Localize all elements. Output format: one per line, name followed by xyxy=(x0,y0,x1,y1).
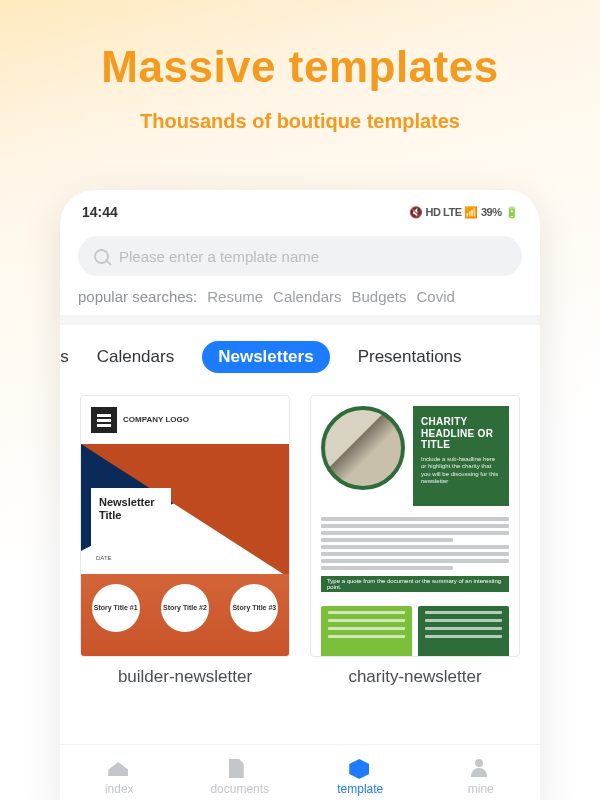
thumb-headline: Newsletter Title xyxy=(99,496,163,521)
tab-calendars[interactable]: Calendars xyxy=(97,347,175,367)
template-thumbnail: CHARITY HEADLINE OR TITLE Include a sub-… xyxy=(310,395,520,657)
nav-label: mine xyxy=(468,782,494,796)
nav-label: index xyxy=(105,782,134,796)
thumb-sub: Include a sub-headline here or highlight… xyxy=(421,456,501,486)
thumb-headline: CHARITY HEADLINE OR TITLE xyxy=(421,416,501,451)
battery-icon: 🔋 xyxy=(505,206,519,219)
template-card-builder[interactable]: COMPANY LOGO Newsletter Title DATE Story… xyxy=(80,395,290,687)
document-icon xyxy=(229,759,244,778)
nav-label: template xyxy=(337,782,383,796)
battery-text: 39% xyxy=(481,206,502,218)
hero-title: Massive templates xyxy=(0,0,600,92)
status-icons: 🔇 HD LTE 📶 39% 🔋 xyxy=(409,206,518,219)
chip-covid[interactable]: Covid xyxy=(417,288,455,305)
chip-budgets[interactable]: Budgets xyxy=(351,288,406,305)
phone-frame: 14:44 🔇 HD LTE 📶 39% 🔋 Please enter a te… xyxy=(60,190,540,800)
status-time: 14:44 xyxy=(82,204,118,220)
template-name: builder-newsletter xyxy=(80,667,290,687)
home-icon xyxy=(108,762,128,776)
nav-template[interactable]: template xyxy=(300,745,421,800)
logo-icon xyxy=(91,407,117,433)
hero-subtitle: Thousands of boutique templates xyxy=(0,110,600,133)
network-indicator: HD LTE xyxy=(426,206,462,218)
search-placeholder: Please enter a template name xyxy=(119,248,319,265)
nav-documents[interactable]: documents xyxy=(180,745,301,800)
story-circle: Story Title #2 xyxy=(161,584,209,632)
mute-icon: 🔇 xyxy=(409,206,423,219)
logo-text: COMPANY LOGO xyxy=(123,416,189,424)
tab-newsletters[interactable]: Newsletters xyxy=(202,341,329,373)
user-icon xyxy=(470,759,488,777)
nav-mine[interactable]: mine xyxy=(421,745,541,800)
template-thumbnail: COMPANY LOGO Newsletter Title DATE Story… xyxy=(80,395,290,657)
popular-searches: popular searches: Resume Calendars Budge… xyxy=(60,276,540,315)
cube-icon xyxy=(349,759,369,779)
status-bar: 14:44 🔇 HD LTE 📶 39% 🔋 xyxy=(60,190,540,226)
story-circle: Story Title #1 xyxy=(92,584,140,632)
tab-presentations[interactable]: Presentations xyxy=(358,347,462,367)
divider xyxy=(60,315,540,325)
category-tabs[interactable]: ets Calendars Newsletters Presentations xyxy=(60,325,540,389)
thumb-quote-bar: Type a quote from the document or the su… xyxy=(321,576,509,592)
tab-partial-left[interactable]: ets xyxy=(60,347,69,367)
nav-label: documents xyxy=(210,782,269,796)
thumb-image-circle xyxy=(321,406,405,490)
chip-calendars[interactable]: Calendars xyxy=(273,288,341,305)
story-circle: Story Title #3 xyxy=(230,584,278,632)
template-name: charity-newsletter xyxy=(310,667,520,687)
search-icon xyxy=(94,249,109,264)
template-card-charity[interactable]: CHARITY HEADLINE OR TITLE Include a sub-… xyxy=(310,395,520,687)
popular-label: popular searches: xyxy=(78,288,197,305)
signal-icon: 📶 xyxy=(464,206,478,219)
nav-index[interactable]: index xyxy=(60,745,180,800)
bottom-nav: index documents template mine xyxy=(60,744,540,800)
search-input[interactable]: Please enter a template name xyxy=(78,236,522,276)
template-grid: COMPANY LOGO Newsletter Title DATE Story… xyxy=(60,389,540,687)
chip-resume[interactable]: Resume xyxy=(207,288,263,305)
promo-page: Massive templates Thousands of boutique … xyxy=(0,0,600,800)
